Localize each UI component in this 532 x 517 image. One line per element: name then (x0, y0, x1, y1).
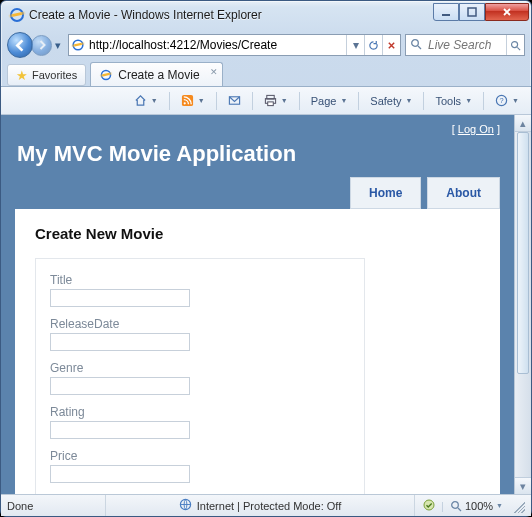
input-rating[interactable] (50, 421, 190, 439)
home-button[interactable]: ▼ (128, 90, 164, 112)
window-buttons (433, 3, 529, 21)
zoom-control[interactable]: 100% ▼ (450, 500, 503, 512)
page-heading: Create New Movie (35, 225, 480, 242)
app-title: My MVC Movie Application (17, 141, 500, 167)
resize-grip[interactable] (511, 499, 525, 513)
svg-point-3 (512, 41, 518, 47)
print-button[interactable]: ▼ (258, 90, 294, 112)
browser-tab[interactable]: Create a Movie ✕ (90, 62, 222, 86)
logon-bracket-right: ] (494, 123, 500, 135)
separator (169, 92, 170, 110)
safety-menu-label: Safety (370, 95, 401, 107)
protected-mode-icon[interactable] (423, 499, 435, 513)
status-text: Done (7, 500, 97, 512)
field-genre: Genre (50, 361, 350, 395)
forward-button[interactable] (31, 35, 52, 56)
svg-text:?: ? (500, 96, 504, 105)
input-price[interactable] (50, 465, 190, 483)
field-releasedate: ReleaseDate (50, 317, 350, 351)
label-title: Title (50, 273, 350, 287)
back-button[interactable] (7, 32, 33, 58)
input-releasedate[interactable] (50, 333, 190, 351)
search-provider-icon[interactable] (406, 38, 426, 53)
browser-window: Create a Movie - Windows Internet Explor… (0, 0, 532, 517)
feeds-button[interactable]: ▼ (175, 90, 211, 112)
safety-menu[interactable]: Safety▼ (364, 90, 418, 112)
ie-icon (9, 7, 25, 23)
search-input[interactable] (426, 37, 506, 53)
input-title[interactable] (50, 289, 190, 307)
content-card: Create New Movie Title ReleaseDate Genre (15, 209, 500, 494)
search-button[interactable] (506, 35, 524, 55)
status-zone: Internet | Protected Mode: Off (105, 495, 415, 516)
zoom-value: 100% (465, 500, 493, 512)
tab-close-icon[interactable]: ✕ (210, 67, 218, 77)
refresh-button[interactable] (364, 35, 382, 55)
globe-icon (179, 498, 192, 513)
favorites-button[interactable]: ★ Favorites (7, 64, 86, 86)
status-zone-text: Internet | Protected Mode: Off (197, 500, 342, 512)
separator (299, 92, 300, 110)
window-title: Create a Movie - Windows Internet Explor… (29, 8, 433, 22)
scroll-track[interactable] (515, 132, 531, 477)
stop-button[interactable] (382, 35, 400, 55)
viewport: [ Log On ] My MVC Movie Application Home… (1, 115, 531, 494)
readmail-button[interactable] (222, 90, 247, 112)
separator (358, 92, 359, 110)
tab-favicon (99, 67, 113, 82)
address-input[interactable] (87, 35, 346, 55)
form-fieldset: Title ReleaseDate Genre Rating (35, 258, 365, 494)
logon-area: [ Log On ] (15, 123, 500, 135)
close-button[interactable] (485, 3, 529, 21)
titlebar: Create a Movie - Windows Internet Explor… (1, 1, 531, 29)
status-bar: Done Internet | Protected Mode: Off | 10… (1, 494, 531, 516)
scroll-up-button[interactable]: ▴ (515, 115, 531, 132)
search-box (405, 34, 525, 56)
favorites-label: Favorites (32, 69, 77, 81)
address-dropdown[interactable]: ▾ (346, 35, 364, 55)
label-price: Price (50, 449, 350, 463)
maximize-button[interactable] (459, 3, 485, 21)
help-button[interactable]: ?▼ (489, 90, 525, 112)
label-genre: Genre (50, 361, 350, 375)
label-releasedate: ReleaseDate (50, 317, 350, 331)
separator (216, 92, 217, 110)
scroll-thumb[interactable] (517, 132, 529, 374)
input-genre[interactable] (50, 377, 190, 395)
status-separator: | (441, 500, 444, 512)
svg-point-14 (452, 501, 459, 508)
tab-row: ★ Favorites Create a Movie ✕ (1, 61, 531, 87)
nav-tabs: Home About (15, 177, 500, 209)
svg-rect-1 (468, 8, 476, 16)
nav-row: ▾ ▾ (1, 29, 531, 61)
recent-dropdown[interactable]: ▾ (52, 35, 64, 55)
star-icon: ★ (16, 68, 28, 83)
minimize-button[interactable] (433, 3, 459, 21)
page-menu[interactable]: Page▼ (305, 90, 354, 112)
page-menu-label: Page (311, 95, 337, 107)
tab-title: Create a Movie (118, 68, 199, 82)
vertical-scrollbar[interactable]: ▴ ▾ (514, 115, 531, 494)
separator (423, 92, 424, 110)
scroll-down-button[interactable]: ▾ (515, 477, 531, 494)
page-body: [ Log On ] My MVC Movie Application Home… (1, 115, 514, 494)
separator (252, 92, 253, 110)
tools-menu[interactable]: Tools▼ (429, 90, 478, 112)
svg-point-5 (183, 102, 185, 104)
svg-point-2 (412, 39, 419, 46)
field-rating: Rating (50, 405, 350, 439)
command-bar: ▼ ▼ ▼ Page▼ Safety▼ Tools▼ ?▼ (1, 87, 531, 115)
separator (483, 92, 484, 110)
svg-rect-9 (267, 102, 273, 106)
nav-home[interactable]: Home (350, 177, 421, 209)
nav-about[interactable]: About (427, 177, 500, 209)
address-bar: ▾ (68, 34, 401, 56)
page-icon (69, 38, 87, 53)
tools-menu-label: Tools (435, 95, 461, 107)
label-rating: Rating (50, 405, 350, 419)
nav-buttons: ▾ (7, 32, 64, 58)
logon-link[interactable]: Log On (458, 123, 494, 135)
field-price: Price (50, 449, 350, 483)
svg-rect-0 (442, 14, 450, 16)
field-title: Title (50, 273, 350, 307)
